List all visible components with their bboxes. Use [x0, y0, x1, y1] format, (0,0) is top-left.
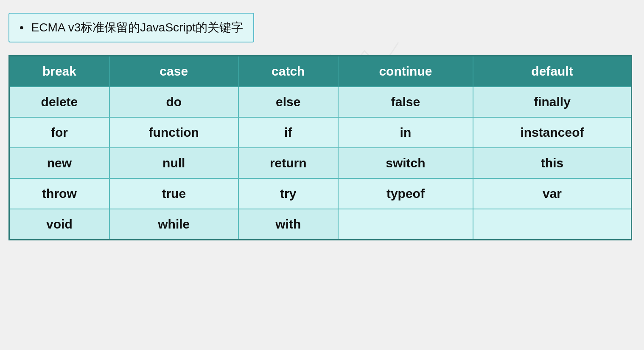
cell-delete: delete [9, 87, 109, 117]
keywords-table-container: break case catch continue default delete… [8, 55, 632, 240]
table-row: new null return switch this [9, 148, 632, 178]
header-catch: catch [238, 56, 338, 87]
header-text: • ECMA v3标准保留的JavaScript的关键字 [20, 21, 243, 34]
table-row: delete do else false finally [9, 87, 632, 117]
header-case: case [109, 56, 238, 87]
cell-with: with [238, 209, 338, 240]
cell-false: false [338, 87, 473, 117]
header-continue: continue [338, 56, 473, 87]
cell-if: if [238, 117, 338, 148]
keywords-table: break case catch continue default delete… [8, 55, 632, 240]
cell-var: var [473, 178, 631, 209]
table-row: void while with [9, 209, 632, 240]
cell-empty-2 [473, 209, 631, 240]
header-default: default [473, 56, 631, 87]
cell-try: try [238, 178, 338, 209]
cell-in: in [338, 117, 473, 148]
table-row: for function if in instanceof [9, 117, 632, 148]
header-box: • ECMA v3标准保留的JavaScript的关键字 [8, 13, 254, 42]
cell-void: void [9, 209, 109, 240]
cell-do: do [109, 87, 238, 117]
cell-true: true [109, 178, 238, 209]
cell-typeof: typeof [338, 178, 473, 209]
cell-empty-1 [338, 209, 473, 240]
cell-for: for [9, 117, 109, 148]
cell-instanceof: instanceof [473, 117, 631, 148]
cell-return: return [238, 148, 338, 178]
cell-else: else [238, 87, 338, 117]
cell-this: this [473, 148, 631, 178]
cell-finally: finally [473, 87, 631, 117]
cell-null: null [109, 148, 238, 178]
header-bullet: • [20, 21, 24, 34]
table-header-row: break case catch continue default [9, 56, 632, 87]
header-description: ECMA v3标准保留的JavaScript的关键字 [31, 21, 243, 34]
cell-switch: switch [338, 148, 473, 178]
cell-throw: throw [9, 178, 109, 209]
cell-function: function [109, 117, 238, 148]
header-break: break [9, 56, 109, 87]
cell-while: while [109, 209, 238, 240]
cell-new: new [9, 148, 109, 178]
table-row: throw true try typeof var [9, 178, 632, 209]
